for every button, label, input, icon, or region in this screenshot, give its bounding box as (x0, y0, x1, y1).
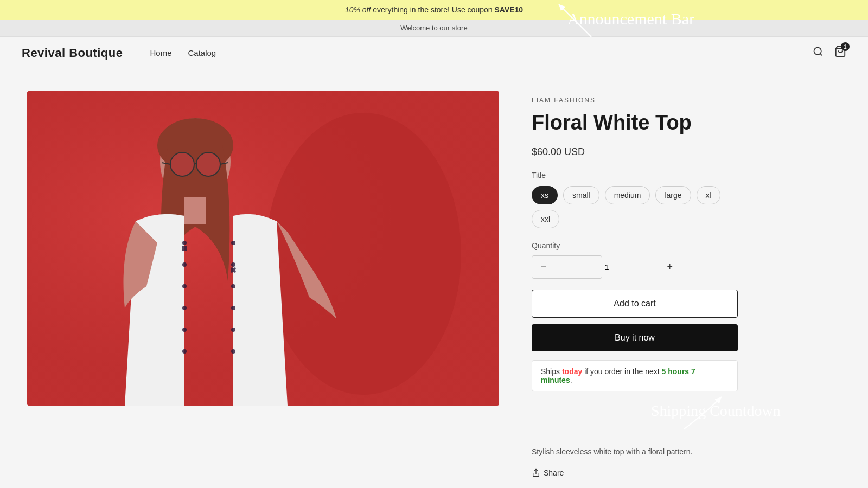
svg-point-26 (196, 152, 220, 176)
shipping-countdown: Ships today if you order in the next 5 h… (532, 360, 738, 391)
announcement-middle: everything in the store! Use coupon (373, 5, 492, 14)
svg-point-19 (231, 328, 235, 332)
share-icon (532, 468, 540, 477)
brand-name: LIAM FASHIONS (532, 97, 738, 104)
svg-point-17 (231, 284, 235, 288)
nav-home[interactable]: Home (150, 48, 171, 57)
svg-point-20 (231, 349, 235, 354)
size-btn-xxl[interactable]: xxl (532, 210, 559, 228)
svg-point-13 (182, 328, 187, 332)
product-image-container (27, 91, 499, 477)
svg-point-10 (182, 262, 187, 267)
main-nav: Home Catalog (150, 48, 216, 57)
size-btn-medium[interactable]: medium (605, 186, 650, 204)
welcome-bar: Welcome to our store (0, 20, 868, 37)
product-image (27, 91, 499, 406)
cart-button[interactable]: 1 (834, 46, 846, 60)
svg-point-18 (231, 306, 235, 310)
share-label: Share (544, 468, 564, 477)
svg-line-1 (820, 54, 822, 56)
product-title: Floral White Top (532, 111, 738, 136)
shipping-if-text: if you order in the next (584, 367, 660, 376)
svg-point-12 (182, 306, 187, 310)
announcement-bar: 10% off everything in the store! Use cou… (0, 0, 868, 20)
svg-point-9 (182, 241, 187, 245)
size-btn-large[interactable]: large (655, 186, 691, 204)
size-btn-xs[interactable]: xs (532, 186, 558, 204)
size-btn-small[interactable]: small (563, 186, 599, 204)
quantity-increase-button[interactable]: + (659, 256, 682, 278)
nav-catalog[interactable]: Catalog (188, 48, 216, 57)
svg-point-0 (814, 48, 821, 55)
svg-point-11 (182, 284, 187, 288)
buy-now-button[interactable]: Buy it now (532, 324, 738, 351)
size-options: xs small medium large xl xxl (532, 186, 738, 228)
site-logo: Revival Boutique (22, 46, 123, 60)
quantity-control: − + (532, 255, 602, 279)
svg-point-25 (170, 152, 194, 176)
announcement-discount: 10% off (345, 5, 371, 14)
announcement-coupon: SAVE10 (494, 5, 523, 14)
shipping-prefix: Ships (541, 367, 560, 376)
size-option-label: Title (532, 171, 738, 179)
welcome-text: Welcome to our store (400, 24, 467, 32)
product-price: $60.00 USD (532, 146, 738, 158)
cart-badge: 1 (841, 42, 850, 51)
svg-rect-8 (184, 197, 206, 224)
quantity-decrease-button[interactable]: − (532, 256, 556, 278)
product-description: Stylish sleeveless white top with a flor… (532, 446, 738, 458)
shipping-period: . (570, 376, 572, 384)
add-to-cart-button[interactable]: Add to cart (532, 290, 738, 318)
share-button[interactable]: Share (532, 468, 564, 477)
shipping-today: today (562, 367, 582, 376)
svg-point-15 (231, 241, 235, 245)
main-content: LIAM FASHIONS Floral White Top $60.00 US… (0, 69, 760, 488)
header: Revival Boutique Home Catalog 1 (0, 37, 868, 69)
svg-point-16 (231, 262, 235, 267)
product-image-svg (27, 91, 499, 406)
quantity-label: Quantity (532, 241, 738, 250)
svg-point-14 (182, 349, 187, 354)
product-details: LIAM FASHIONS Floral White Top $60.00 US… (532, 91, 738, 477)
size-btn-xl[interactable]: xl (697, 186, 720, 204)
quantity-input[interactable] (556, 262, 659, 272)
search-button[interactable] (813, 46, 824, 60)
header-icons: 1 (813, 46, 846, 60)
product-image-background (27, 91, 499, 406)
